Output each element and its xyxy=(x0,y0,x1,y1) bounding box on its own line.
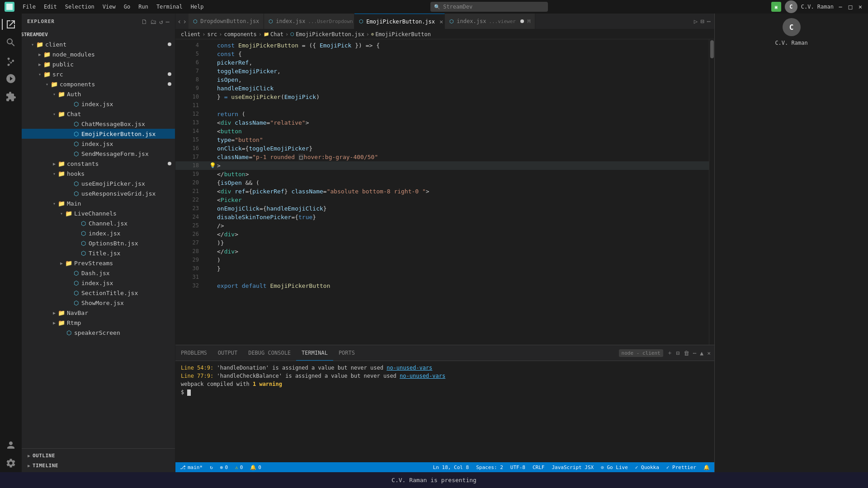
maximize-button[interactable]: □ xyxy=(847,4,854,10)
tree-item-auth-index[interactable]: ⬡ index.jsx xyxy=(22,99,175,109)
breadcrumb-client[interactable]: client xyxy=(181,31,200,38)
tree-item-hooks[interactable]: ▾ 📁 hooks xyxy=(22,169,175,178)
tree-item-main-index[interactable]: ⬡ index.jsx xyxy=(22,278,175,288)
status-notifications-bell[interactable]: 🔔 xyxy=(703,465,710,470)
status-position[interactable]: Ln 18, Col 8 xyxy=(433,465,469,470)
close-button[interactable]: × xyxy=(857,4,863,10)
tab-dropdown[interactable]: ⬡ DropdownButton.jsx xyxy=(189,14,264,29)
menu-run[interactable]: Run xyxy=(135,3,152,11)
tree-item-channel[interactable]: ⬡ Channel.jsx xyxy=(22,218,175,228)
panel-tab-debug[interactable]: DEBUG CONSOLE xyxy=(243,345,296,361)
activity-run[interactable] xyxy=(2,70,20,88)
terminal-context-label[interactable]: node - client xyxy=(619,349,663,357)
tree-item-rtmp[interactable]: ▶ 📁 Rtmp xyxy=(22,318,175,328)
tree-item-chat-index[interactable]: ⬡ index.jsx xyxy=(22,139,175,149)
menu-go[interactable]: Go xyxy=(120,3,134,11)
tree-item-components[interactable]: ▾ 📁 components xyxy=(22,79,175,89)
tree-item-lc-index[interactable]: ⬡ index.jsx xyxy=(22,228,175,238)
new-file-button[interactable]: 🗋 xyxy=(141,18,147,25)
lightbulb-icon[interactable]: 💡 xyxy=(209,161,216,170)
breadcrumb-file[interactable]: ⬡EmojiPickerButton.jsx xyxy=(290,31,364,38)
tree-item-src[interactable]: ▾ 📁 src xyxy=(22,69,175,79)
tree-item-navbar[interactable]: ▶ 📁 NavBar xyxy=(22,308,175,318)
tree-item-showmore[interactable]: ⬡ ShowMore.jsx xyxy=(22,298,175,308)
split-editor-button[interactable]: ⊟ xyxy=(700,18,704,25)
tree-item-auth[interactable]: ▾ 📁 Auth xyxy=(22,89,175,99)
kill-terminal-button[interactable]: 🗑 xyxy=(684,350,689,357)
panel-tab-ports[interactable]: PORTS xyxy=(333,345,360,361)
menu-file[interactable]: File xyxy=(19,3,39,11)
tab-index-viewer[interactable]: ⬡ index.jsx ...viewer M xyxy=(445,14,535,29)
panel-tab-output[interactable]: OUTPUT xyxy=(212,345,243,361)
tree-item-sectiontitle[interactable]: ⬡ SectionTitle.jsx xyxy=(22,288,175,298)
tree-item-optionsbtn[interactable]: ⬡ OptionsBtn.jsx xyxy=(22,238,175,248)
vertical-scrollbar[interactable] xyxy=(709,39,714,345)
status-branch[interactable]: ⎇ main* xyxy=(180,465,203,470)
menu-selection[interactable]: Selection xyxy=(61,3,98,11)
tab-close-emojipicker[interactable]: × xyxy=(439,18,443,25)
activity-search[interactable] xyxy=(2,33,20,52)
more-terminal-button[interactable]: ⋯ xyxy=(693,350,697,357)
status-warnings[interactable]: ⚠ 0 xyxy=(235,465,243,470)
tree-item-title[interactable]: ⬡ Title.jsx xyxy=(22,248,175,258)
timeline-section[interactable]: ▶ TIMELINE xyxy=(22,460,175,470)
more-actions-button[interactable]: ⋯ xyxy=(707,18,711,25)
tree-item-prevstreams[interactable]: ▶ 📁 PrevStreams xyxy=(22,258,175,268)
menu-edit[interactable]: Edit xyxy=(40,3,61,11)
status-sync[interactable]: ↻ xyxy=(210,465,213,470)
outline-section[interactable]: ▶ OUTLINE xyxy=(22,450,175,460)
menu-help[interactable]: Help xyxy=(187,3,208,11)
breadcrumb-components[interactable]: components xyxy=(224,31,257,38)
activity-settings[interactable] xyxy=(2,454,20,472)
panel-tab-problems[interactable]: PROBLEMS xyxy=(175,345,212,361)
tab-index-user[interactable]: ⬡ index.jsx ...UserDropdown xyxy=(264,14,354,29)
terminal-link-2[interactable]: no-unused-vars xyxy=(400,373,445,379)
menu-terminal[interactable]: Terminal xyxy=(153,3,186,11)
maximize-panel-button[interactable]: ▲ xyxy=(700,350,703,357)
terminal-link-1[interactable]: no-unused-vars xyxy=(387,365,432,371)
split-terminal-button[interactable]: ⊟ xyxy=(676,350,680,357)
close-panel-button[interactable]: × xyxy=(707,350,711,357)
terminal-content[interactable]: Line 54:9: 'handleDonation' is assigned … xyxy=(175,361,714,462)
breadcrumb-symbol[interactable]: ⊕EmojiPickerButton xyxy=(371,31,431,38)
status-quokka[interactable]: ✓ Quokka xyxy=(635,465,659,470)
menu-view[interactable]: View xyxy=(99,3,119,11)
tree-item-constants[interactable]: ▶ 📁 constants xyxy=(22,159,175,169)
tree-item-node-modules[interactable]: ▶ 📁 node_modules xyxy=(22,49,175,59)
status-notifications[interactable]: 🔔 0 xyxy=(250,465,261,470)
tree-item-main[interactable]: ▾ 📁 Main xyxy=(22,198,175,208)
tree-item-useresponsive[interactable]: ⬡ useResponsiveGrid.jsx xyxy=(22,188,175,198)
status-language[interactable]: JavaScript JSX xyxy=(552,465,594,470)
tree-item-dash[interactable]: ⬡ Dash.jsx xyxy=(22,268,175,278)
tab-nav-back[interactable]: ‹ xyxy=(177,17,182,26)
status-prettier[interactable]: ✓ Prettier xyxy=(666,465,696,470)
activity-accounts[interactable] xyxy=(2,436,20,454)
tree-item-public[interactable]: ▶ 📁 public xyxy=(22,59,175,69)
search-bar[interactable]: 🔍 StreamDev xyxy=(430,2,548,12)
activity-extensions[interactable] xyxy=(2,88,20,106)
tab-nav-forward[interactable]: › xyxy=(183,17,187,26)
breadcrumb-src[interactable]: src xyxy=(208,31,217,38)
activity-source-control[interactable] xyxy=(2,52,20,70)
tree-item-speaker[interactable]: ⬡ speakerScreen xyxy=(22,328,175,338)
tree-root[interactable]: ▾ STREAMDEV xyxy=(22,29,175,39)
minimize-button[interactable]: − xyxy=(837,4,844,10)
status-golive[interactable]: ⊙ Go Live xyxy=(601,465,628,470)
panel-tab-terminal[interactable]: TERMINAL xyxy=(296,345,333,361)
collapse-all-button[interactable]: ⋯ xyxy=(166,18,170,25)
tree-item-emojipicker[interactable]: ⬡ EmojiPickerButton.jsx xyxy=(22,129,175,139)
add-terminal-button[interactable]: ＋ xyxy=(667,349,673,357)
status-line-ending[interactable]: CRLF xyxy=(533,465,545,470)
code-content[interactable]: 4 const EmojiPickerButton = ({ EmojiPick… xyxy=(175,39,709,345)
run-button[interactable]: ▷ xyxy=(694,18,698,25)
tree-item-client[interactable]: ▾ 📁 client xyxy=(22,39,175,49)
status-spaces[interactable]: Spaces: 2 xyxy=(476,465,503,470)
tree-item-chat[interactable]: ▾ 📁 Chat xyxy=(22,109,175,119)
status-errors[interactable]: ⊗ 0 xyxy=(220,465,228,470)
tree-item-sendmsgform[interactable]: ⬡ SendMessageForm.jsx xyxy=(22,149,175,159)
activity-explorer[interactable] xyxy=(2,15,20,33)
tree-item-chatmsgbox[interactable]: ⬡ ChatMessageBox.jsx xyxy=(22,119,175,129)
new-folder-button[interactable]: 🗂 xyxy=(150,18,156,25)
status-encoding[interactable]: UTF-8 xyxy=(510,465,525,470)
refresh-button[interactable]: ↺ xyxy=(159,18,163,25)
